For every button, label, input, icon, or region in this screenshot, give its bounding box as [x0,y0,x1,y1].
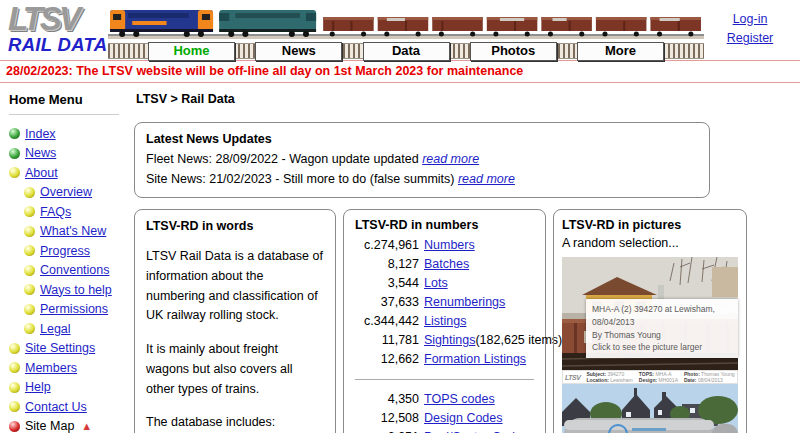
tab-photos[interactable]: Photos [470,42,557,61]
yellow-ball-icon [24,284,35,295]
photo-caption-line1: MHA-A (2) 394270 at Lewisham, 08/04/2013 [592,303,732,329]
pool-sector-codes-link[interactable]: Pool/Sector Codes [424,428,528,433]
yellow-ball-icon [24,226,35,237]
stat-count: 2,951 [355,428,419,433]
sightings-link[interactable]: Sightings [424,331,475,350]
news-item-text: Site News: 21/02/2023 - Still more to do… [146,172,454,186]
sidebar-item-label[interactable]: Conventions [40,263,110,277]
sidebar-item-label[interactable]: Site Settings [25,341,95,355]
stat-count: 11,781 [355,331,419,350]
sidebar-item-permissions[interactable]: Permissions [9,300,129,320]
tab-news[interactable]: News [255,42,342,61]
yellow-ball-icon [24,245,35,256]
stat-count: 12,662 [355,350,419,369]
random-photo-tanker[interactable] [562,384,738,433]
sidebar-item-label[interactable]: Members [25,361,77,375]
stat-count: 8,127 [355,255,419,274]
words-paragraph: It is mainly about freight wagons but al… [146,340,324,399]
stat-count: 4,350 [355,390,419,409]
sidebar-item-about[interactable]: About [9,163,129,183]
stat-row: 37,633Renumberings [355,293,534,312]
sidebar-title: Home Menu [9,92,129,107]
yellow-ball-icon [24,323,35,334]
info-photo-date: Photo: Thomas Young Date: 08/04/2013 [684,371,735,384]
sidebar-item-legal[interactable]: Legal [9,319,129,339]
batches-link[interactable]: Batches [424,255,469,274]
red-ball-icon [9,421,20,432]
register-link[interactable]: Register [704,29,796,48]
main-content: LTSV > Rail Data Latest News Updates Fle… [129,83,800,433]
main-navigation: Home News Data Photos More [108,41,704,61]
photo-caption-overlay[interactable]: MHA-A (2) 394270 at Lewisham, 08/04/2013… [586,299,738,358]
sidebar-item-news[interactable]: News [9,144,129,164]
sidebar-item-overview[interactable]: Overview [9,183,129,203]
tab-home[interactable]: Home [148,42,235,61]
photo-caption-line3: Click to see the picture larger [592,341,732,354]
in-pictures-panel: LTSV-RD in pictures A random selection..… [553,209,747,433]
sidebar-item-index[interactable]: Index [9,124,129,144]
yellow-ball-icon [24,265,35,276]
sidebar-item-label[interactable]: Progress [40,244,90,258]
tab-more[interactable]: More [577,42,664,61]
sidebar-item-conventions[interactable]: Conventions [9,261,129,281]
stat-row: 11,781Sightings (182,625 items) [355,331,534,350]
tab-data[interactable]: Data [363,42,450,61]
stat-count: 12,508 [355,409,419,428]
stat-row: 4,350TOPS codes [355,390,534,409]
breadcrumb: LTSV > Rail Data [136,92,800,106]
read-more-link[interactable]: read more [422,152,479,166]
sidebar-item-label[interactable]: About [25,166,58,180]
sidebar-item-label[interactable]: Overview [40,185,92,199]
green-ball-icon [9,128,20,139]
sidebar-item-site-map[interactable]: Site Map▲ [9,417,129,433]
news-box-title: Latest News Updates [146,129,698,149]
yellow-ball-icon [9,401,20,412]
news-item: Site News: 21/02/2023 - Still more to do… [146,169,698,189]
pictures-panel-title: LTSV-RD in pictures [562,218,738,232]
yellow-ball-icon [9,362,20,373]
page-header: LTSV RAIL DATA [0,0,800,60]
sidebar-item-help[interactable]: Help [9,378,129,398]
tops-codes-link[interactable]: TOPS codes [424,390,495,409]
random-photo-wagon[interactable]: MHA-A (2) 394270 at Lewisham, 08/04/2013… [562,257,738,370]
numbers-link[interactable]: Numbers [424,236,475,255]
sidebar-item-label[interactable]: News [25,146,56,160]
formation-listings-link[interactable]: Formation Listings [424,350,526,369]
login-link[interactable]: Log-in [704,10,796,29]
words-paragraph: LTSV Rail Data is a database of informat… [146,247,324,326]
sidebar-item-label[interactable]: Contact Us [25,400,87,414]
stat-count: 3,544 [355,274,419,293]
photo-caption-line2: By Thomas Young [592,329,732,342]
sidebar-item-whats-new[interactable]: What's New [9,222,129,242]
sidebar-item-label[interactable]: FAQs [40,205,71,219]
design-codes-link[interactable]: Design Codes [424,409,503,428]
sidebar-divider [9,114,119,115]
in-numbers-panel: LTSV-RD in numbers c.274,961Numbers 8,12… [343,209,546,433]
stat-count: c.344,442 [355,312,419,331]
sidebar-item-site-settings[interactable]: Site Settings [9,339,129,359]
numbers-panel-title: LTSV-RD in numbers [355,218,534,232]
sidebar-item-faqs[interactable]: FAQs [9,202,129,222]
logo-rail-data-text: RAIL DATA [8,34,108,56]
sidebar-item-ways-to-help[interactable]: Ways to help [9,280,129,300]
read-more-link[interactable]: read more [458,172,515,186]
yellow-ball-icon [24,187,35,198]
listings-link[interactable]: Listings [424,312,466,331]
sidebar-item-label[interactable]: Legal [40,322,71,336]
stat-row: 2,951Pool/Sector Codes [355,428,534,433]
sidebar-item-label[interactable]: Ways to help [40,283,112,297]
yellow-ball-icon [9,382,20,393]
sidebar-item-contact-us[interactable]: Contact Us [9,397,129,417]
stat-suffix: (182,625 items) [475,331,562,350]
renumberings-link[interactable]: Renumberings [424,293,505,312]
sidebar-item-label[interactable]: Permissions [40,302,108,316]
sidebar-item-members[interactable]: Members [9,358,129,378]
logo-ltsv-text: LTSV [8,3,108,34]
sidebar-item-label: Site Map [25,419,74,433]
sidebar-item-label[interactable]: Index [25,127,56,141]
sidebar-item-label[interactable]: What's New [40,224,106,238]
sidebar-item-label[interactable]: Help [25,380,51,394]
home-menu-sidebar: Home Menu Index News About Overview FAQs… [0,83,129,433]
lots-link[interactable]: Lots [424,274,448,293]
sidebar-item-progress[interactable]: Progress [9,241,129,261]
